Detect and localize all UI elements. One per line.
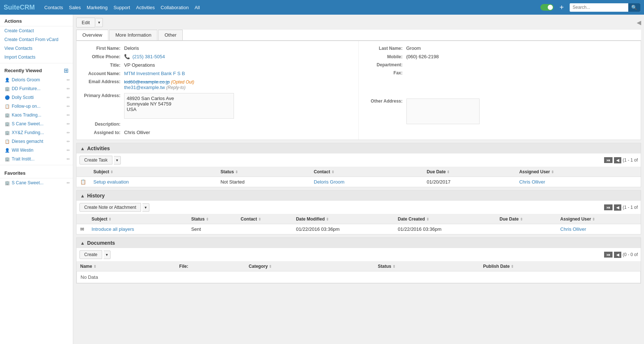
recently-viewed-title: Recently Viewed — [4, 68, 42, 73]
edit-icon[interactable]: ✏ — [67, 86, 70, 91]
activities-title: Activities — [87, 145, 110, 151]
create-note-dropdown[interactable]: ▾ — [142, 203, 149, 212]
edit-icon[interactable]: ✏ — [67, 113, 70, 118]
email-value: kid60@example.co.jp (Opted Out) the31@ex… — [124, 79, 194, 90]
edit-icon[interactable]: ✏ — [67, 157, 70, 162]
search-submit[interactable]: 🔍 — [628, 3, 640, 12]
documents-next-page[interactable]: ◀ — [614, 252, 621, 258]
edit-icon[interactable]: ✏ — [67, 139, 70, 144]
view-contacts-link[interactable]: View Contacts — [0, 44, 73, 53]
email1-status: (Opted Out) — [171, 79, 194, 85]
nav-collaboration[interactable]: Collaboration — [161, 5, 189, 10]
create-document-button[interactable]: Create — [79, 250, 102, 259]
last-name-label: Last Name: — [359, 46, 406, 51]
nav-marketing[interactable]: Marketing — [87, 5, 108, 10]
history-col-assigned: Assigned User⇕ — [556, 214, 641, 224]
create-contact-link[interactable]: Create Contact — [0, 26, 73, 35]
history-subject-link[interactable]: Introduce all players — [92, 226, 134, 232]
account-name-link[interactable]: MTM Investment Bank F S B — [124, 71, 185, 76]
fax-label: Fax: — [359, 70, 406, 75]
recently-viewed-dieses-gemacht[interactable]: 📋 Dieses gemacht ✏ — [0, 137, 73, 146]
create-task-button[interactable]: Create Task — [79, 156, 112, 164]
edit-icon[interactable]: ✏ — [67, 148, 70, 153]
edit-icon[interactable]: ✏ — [67, 104, 70, 109]
email2-link[interactable]: the31@example.tw — [124, 85, 165, 90]
edit-icon[interactable]: ✏ — [67, 122, 70, 126]
activity-subject-link[interactable]: Setup evaluation — [93, 179, 129, 185]
recently-viewed-dd-furniture[interactable]: 🏢 DD Furniture... ✏ — [0, 84, 73, 93]
favorites-s-cane-sweet[interactable]: 🏢 S Cane Sweet... ✏ — [0, 178, 73, 187]
top-navigation: SuiteCRM Contacts Sales Marketing Suppor… — [0, 0, 644, 15]
activities-section-header[interactable]: ▲ Activities — [76, 143, 641, 153]
tab-other[interactable]: Other — [158, 30, 183, 40]
history-subject: Introduce all players — [88, 224, 187, 234]
edit-icon[interactable]: ✏ — [67, 130, 70, 135]
nav-sales[interactable]: Sales — [69, 5, 81, 10]
contact-detail-card: First Name: Deloris Office Phone: 📞 (215… — [76, 41, 641, 140]
primary-address-line1: 48920 San Carlos Ave — [127, 96, 231, 101]
create-contact-vcard-link[interactable]: Create Contact From vCard — [0, 35, 73, 44]
activity-contact-link[interactable]: Deloris Groom — [314, 179, 345, 185]
office-phone-link[interactable]: (215) 381-5054 — [133, 54, 165, 59]
create-document-dropdown[interactable]: ▾ — [104, 251, 111, 259]
contact-icon: 🔵 — [4, 95, 10, 100]
tab-overview[interactable]: Overview — [76, 30, 108, 40]
recently-viewed-kaos-trading[interactable]: 🏢 Kaos Trading... ✏ — [0, 111, 73, 119]
recently-viewed-xyz-funding[interactable]: 🏢 XY&Z Funding... ✏ — [0, 128, 73, 137]
tab-bar: Overview More Information Other — [76, 30, 641, 41]
collapse-arrow-icon[interactable]: ◀ — [637, 19, 641, 26]
recently-viewed-deloris-groom[interactable]: 👤 Deloris Groom ✏ — [0, 75, 73, 84]
recently-viewed-follow-up[interactable]: 📋 Follow-up on... ✏ — [0, 102, 73, 111]
nav-all[interactable]: All — [194, 5, 200, 10]
history-section-header[interactable]: ▲ History — [76, 190, 641, 201]
recently-viewed-s-cane-sweet[interactable]: 🏢 S Cane Sweet... ✏ — [0, 119, 73, 128]
activities-next-page[interactable]: ◀ — [614, 157, 621, 163]
documents-prev-page[interactable]: ⏮ — [604, 252, 613, 258]
history-next-page[interactable]: ◀ — [614, 204, 621, 211]
nav-support[interactable]: Support — [113, 5, 130, 10]
search-input[interactable] — [570, 3, 628, 11]
recently-viewed-will-westin[interactable]: 👤 Will Westin ✏ — [0, 146, 73, 155]
activities-prev-page[interactable]: ⏮ — [604, 157, 613, 163]
history-status: Sent — [187, 224, 237, 234]
create-task-dropdown[interactable]: ▾ — [114, 156, 121, 164]
documents-expand-icon: ▲ — [80, 240, 85, 246]
recently-viewed-dolly-scotti[interactable]: 🔵 Dolly Scotti ✏ — [0, 93, 73, 102]
documents-title: Documents — [87, 240, 115, 246]
email1-link[interactable]: kid60@example.co.jp — [124, 79, 170, 85]
other-address-box — [406, 99, 480, 124]
documents-body: Create ▾ ⏮ ◀ (0 - 0 of Name⇕ — [76, 248, 641, 284]
documents-col-file: File: — [176, 262, 245, 271]
activities-table: Subject⇕ Status⇕ Contact⇕ Due Date⇕ — [77, 167, 641, 187]
edit-icon[interactable]: ✏ — [67, 181, 70, 185]
history-prev-page[interactable]: ⏮ — [604, 204, 613, 210]
nav-contacts[interactable]: Contacts — [44, 5, 63, 10]
edit-icon[interactable]: ✏ — [67, 78, 70, 82]
history-assigned-link[interactable]: Chris Olliver — [560, 226, 586, 232]
create-note-button[interactable]: Create Note or Attachment — [79, 203, 141, 212]
activities-section: ▲ Activities Create Task ▾ ⏮ ◀ (1 - 1 of — [76, 143, 641, 187]
tab-more-information[interactable]: More Information — [109, 30, 157, 40]
sidebar: Actions Create Contact Create Contact Fr… — [0, 15, 73, 344]
table-row: 📋 Setup evaluation Not Started Deloris G… — [77, 177, 641, 187]
documents-table: Name⇕ File: Category⇕ Status⇕ — [77, 262, 641, 271]
brand-logo[interactable]: SuiteCRM — [4, 4, 35, 11]
task-icon: 📋 — [4, 138, 10, 144]
edit-dropdown-button[interactable]: ▾ — [96, 18, 103, 27]
documents-section-header[interactable]: ▲ Documents — [76, 237, 641, 248]
import-contacts-link[interactable]: Import Contacts — [0, 53, 73, 62]
recently-viewed-trait-instit[interactable]: 🏢 Trait Instit... ✏ — [0, 155, 73, 163]
edit-button[interactable]: Edit — [76, 18, 95, 27]
add-button[interactable]: + — [559, 3, 564, 12]
activities-col-icon — [77, 167, 90, 177]
activity-contact: Deloris Groom — [310, 177, 423, 187]
contact-icon: 👤 — [4, 147, 10, 153]
assigned-to-value: Chris Olliver — [124, 130, 150, 135]
edit-icon[interactable]: ✏ — [67, 95, 70, 100]
toggle-button[interactable] — [540, 4, 554, 11]
nav-activities[interactable]: Activities — [136, 5, 155, 10]
table-row: ✉ Introduce all players Sent 01/22/2016 … — [77, 224, 641, 234]
documents-pagination: ⏮ ◀ (0 - 0 of — [604, 252, 638, 258]
activity-assigned-link[interactable]: Chris Olliver — [519, 179, 545, 185]
recently-viewed-grid-icon[interactable]: ⊞ — [64, 67, 68, 74]
